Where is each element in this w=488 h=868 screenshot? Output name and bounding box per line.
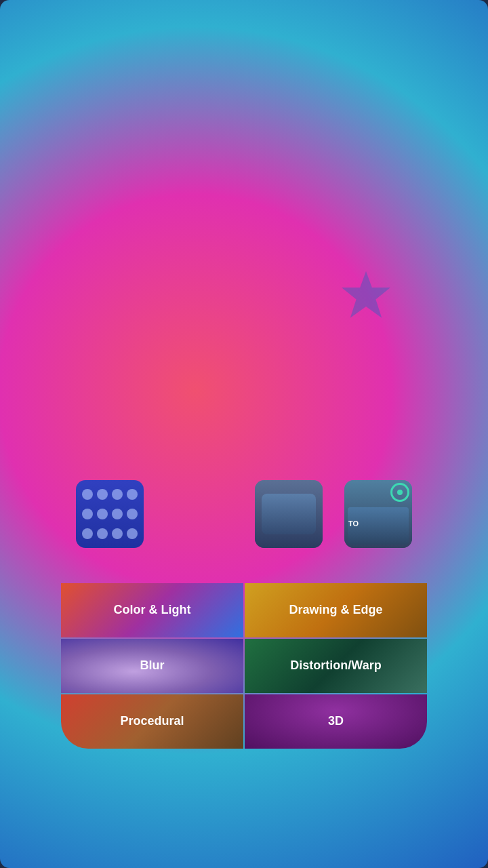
effect-item-roughen[interactable]: Roughen Edges: [247, 385, 331, 466]
category-item-color-light[interactable]: Color & Light: [61, 583, 243, 637]
effects-grid-row1: Linear Streaks Copy Background: [61, 377, 427, 471]
phone-wrapper: ▲ ▾ ▮ 2:30 × Effect Browser: [54, 160, 434, 868]
category-item-distortion[interactable]: Distortion/Warp: [245, 639, 427, 693]
category-item-3d[interactable]: 3D: [245, 694, 427, 749]
category-label-blur: Blur: [140, 658, 165, 673]
category-label-3d: 3D: [328, 714, 344, 728]
category-label-color-light: Color & Light: [114, 603, 191, 617]
dissolve-text: TO: [348, 519, 359, 528]
category-label-procedural: Procedural: [120, 714, 184, 728]
category-item-procedural[interactable]: Procedural: [61, 694, 243, 749]
svg-marker-2: [342, 271, 390, 318]
category-label-drawing-edge: Drawing & Edge: [289, 603, 382, 617]
category-item-blur[interactable]: Blur: [61, 639, 243, 693]
category-item-drawing-edge[interactable]: Drawing & Edge: [245, 583, 427, 637]
effect-content: Exposure / Gamma Fade In/Out: [61, 241, 427, 749]
dissolve-overlay: [390, 483, 409, 502]
category-label-distortion: Distortion/Warp: [290, 658, 381, 673]
phone-frame: ▲ ▾ ▮ 2:30 × Effect Browser: [61, 160, 427, 749]
